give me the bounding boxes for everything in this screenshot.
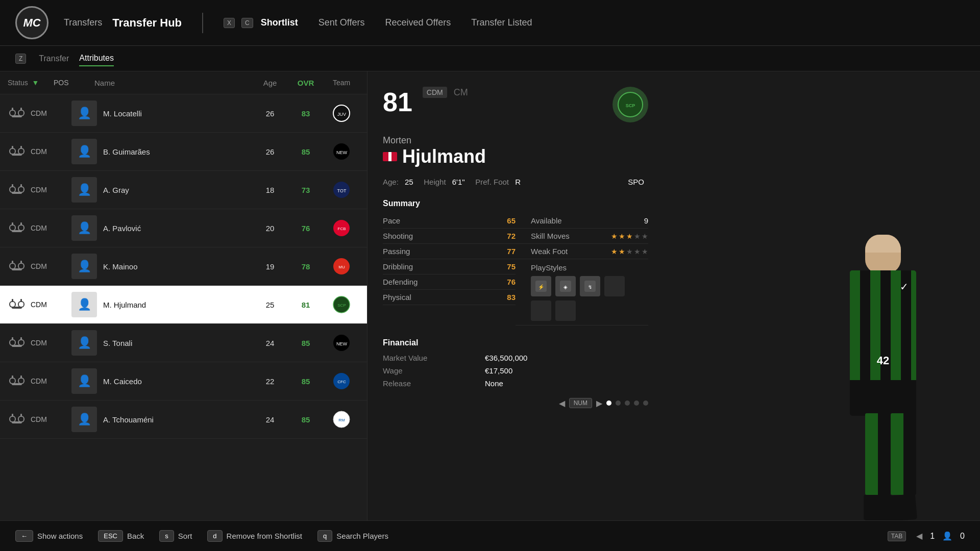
flag-denmark	[383, 152, 397, 161]
player-row[interactable]: CDM 👤 B. Guimarães 26 85 NEW	[0, 133, 367, 171]
dot-3[interactable]	[625, 400, 630, 406]
avatar-placeholder: 👤	[71, 215, 97, 241]
player-icon	[8, 184, 26, 195]
player-team-badge: NEW	[324, 143, 359, 161]
next-page-btn[interactable]: ▶	[596, 398, 602, 408]
player-row[interactable]: CDM 👤 M. Hjulmand 25 81 SCP	[0, 286, 367, 324]
market-value: €36,500,000	[485, 354, 648, 362]
player-row[interactable]: CDM 👤 M. Caicedo 22 85 CFC	[0, 362, 367, 400]
player-pos: CDM	[31, 339, 71, 347]
kbd-d: d	[207, 530, 222, 542]
player-row[interactable]: CDM 👤 S. Tonali 24 85 NEW	[0, 324, 367, 362]
player-row[interactable]: CDM 👤 A. Gray 18 73 TOT	[0, 171, 367, 209]
tab-shortlist[interactable]: Shortlist	[261, 17, 298, 28]
nav-transfer-hub[interactable]: Transfer Hub	[112, 16, 182, 30]
player-ovr: 85	[288, 339, 324, 347]
svg-rect-17	[20, 184, 22, 187]
svg-rect-44	[18, 340, 24, 345]
tab-received-offers[interactable]: Received Offers	[385, 17, 451, 28]
player-row[interactable]: CDM 👤 A. Tchouaméni 24 85 RM	[0, 400, 367, 439]
svg-rect-52	[20, 375, 22, 379]
player-avatar: 👤	[71, 177, 97, 203]
dot-4[interactable]	[634, 400, 639, 406]
player-name: S. Tonali	[103, 339, 252, 347]
action-sort[interactable]: s Sort	[159, 530, 192, 542]
detail-pos-alt: CM	[454, 87, 468, 98]
nav-transfers[interactable]: Transfers	[64, 17, 102, 28]
nav-divider	[202, 13, 203, 33]
svg-rect-59	[20, 414, 22, 417]
player-icon	[8, 375, 26, 387]
player-icon	[8, 222, 26, 234]
svg-text:NEW: NEW	[336, 341, 348, 346]
action-search-players[interactable]: q Search Players	[317, 530, 388, 542]
stat-skill-moves: Skill Moves ★★★★★	[516, 229, 648, 244]
page-prev-btn[interactable]: ◀	[916, 531, 922, 541]
svg-rect-0	[10, 110, 15, 116]
player-avatar: 👤	[71, 254, 97, 279]
prev-page-btn[interactable]: ◀	[559, 398, 565, 408]
player-name: M. Locatelli	[103, 109, 252, 118]
club-logo: SCP	[612, 87, 648, 122]
col-status-header: Status ▼	[8, 79, 54, 87]
tab-sent-offers[interactable]: Sent Offers	[318, 17, 365, 28]
svg-rect-29	[12, 261, 13, 264]
svg-text:NEW: NEW	[336, 149, 348, 155]
kbd-hints-top: X C	[224, 18, 256, 28]
svg-rect-31	[20, 261, 22, 264]
svg-rect-73	[560, 305, 571, 316]
avatar-placeholder: 👤	[71, 139, 97, 164]
subnav-transfer[interactable]: Transfer	[39, 52, 69, 66]
dot-5[interactable]	[643, 400, 648, 406]
avatar-placeholder: 👤	[71, 407, 97, 432]
action-remove-shortlist[interactable]: d Remove from Shortlist	[207, 530, 302, 542]
subnav-attributes[interactable]: Attributes	[79, 51, 114, 66]
list-header: Status ▼ POS Name Age OVR Team	[0, 71, 367, 94]
player-team-badge: NEW	[324, 334, 359, 352]
action-show-actions[interactable]: ← Show actions	[15, 530, 83, 542]
player-icon	[8, 414, 26, 425]
player-age: 24	[252, 415, 288, 424]
detail-last-name: Hjulmand	[383, 146, 648, 167]
player-name: B. Guimarães	[103, 147, 252, 156]
playstyle-5	[531, 300, 551, 321]
svg-rect-25	[12, 230, 22, 232]
action-search-label: Search Players	[336, 532, 388, 540]
svg-rect-39	[12, 307, 22, 309]
playstyle-4	[604, 276, 625, 296]
svg-rect-7	[10, 148, 15, 154]
player-avatar: 👤	[71, 292, 97, 317]
svg-rect-14	[10, 187, 15, 192]
svg-rect-10	[20, 146, 22, 149]
player-row[interactable]: CDM 👤 K. Mainoo 19 78 MU	[0, 247, 367, 286]
player-team-badge: RM	[324, 411, 359, 429]
player-icon	[8, 299, 26, 310]
wage: €17,500	[485, 366, 648, 375]
player-row[interactable]: CDM 👤 A. Pavlović 20 76 FCB	[0, 209, 367, 247]
playstyle-6	[555, 300, 576, 321]
player-name: A. Pavlović	[103, 224, 252, 233]
col-ovr-header: OVR	[288, 79, 324, 87]
club-logo-container: SCP	[612, 87, 648, 122]
tab-transfer-listed[interactable]: Transfer Listed	[471, 17, 532, 28]
kbd-tab: TAB	[888, 531, 906, 541]
action-back[interactable]: ESC Back	[98, 530, 144, 542]
player-pos: CDM	[31, 186, 71, 194]
player-ovr: 83	[288, 109, 324, 118]
player-row[interactable]: CDM 👤 M. Locatelli 26 83 JUV	[0, 94, 367, 133]
svg-rect-22	[12, 222, 13, 226]
avatar-placeholder: 👤	[71, 177, 97, 203]
player-pos: CDM	[31, 109, 71, 117]
svg-rect-46	[12, 345, 22, 347]
financial-title: Financial	[383, 338, 648, 347]
stats-right: Available 9 Skill Moves ★★★★★ Weak Foot	[516, 213, 648, 325]
svg-rect-32	[12, 268, 22, 270]
stat-pace: Pace 65	[383, 213, 516, 229]
dot-1[interactable]	[606, 400, 611, 406]
skill-stars: ★★★★★	[611, 232, 648, 240]
player-list[interactable]: Status ▼ POS Name Age OVR Team CDM	[0, 71, 368, 520]
financial-grid: Market Value €36,500,000 Wage €17,500 Re…	[383, 354, 648, 388]
player-age: 19	[252, 262, 288, 271]
svg-text:FCB: FCB	[337, 227, 346, 231]
dot-2[interactable]	[616, 400, 621, 406]
